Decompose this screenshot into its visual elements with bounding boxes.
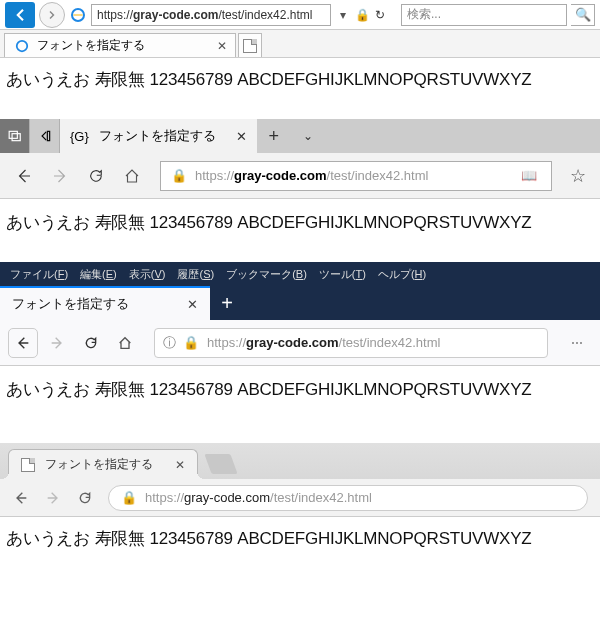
lock-icon: 🔒 <box>183 335 199 350</box>
browser-tab[interactable]: フォントを指定する ✕ <box>4 33 236 57</box>
menu-view[interactable]: 表示(V) <box>125 265 170 284</box>
tab-title: フォントを指定する <box>45 456 153 473</box>
chrome-browser: フォントを指定する ✕ 🔒 https://gray-code.com/test… <box>0 443 600 564</box>
tab-title: フォントを指定する <box>12 295 129 313</box>
reading-view-icon[interactable]: 📖 <box>521 168 541 183</box>
refresh-icon <box>87 167 105 185</box>
address-bar[interactable]: https://gray-code.com/test/index42.html <box>91 4 331 26</box>
back-button[interactable] <box>8 160 40 192</box>
page-actions-icon[interactable]: ⋯ <box>562 336 592 350</box>
refresh-button[interactable] <box>80 160 112 192</box>
back-button[interactable] <box>8 328 38 358</box>
site-info-icon[interactable]: ⓘ <box>163 334 179 352</box>
refresh-button[interactable] <box>76 328 106 358</box>
page-content: あいうえお 寿限無 123456789 ABCDEFGHIJKLMNOPQRST… <box>0 517 600 564</box>
close-tab-icon[interactable]: ✕ <box>236 129 247 144</box>
close-tab-icon[interactable]: ✕ <box>217 39 227 53</box>
url-domain: gray-code.com <box>133 8 218 22</box>
new-tab-button[interactable] <box>238 33 262 57</box>
tab-prefix: {G} <box>70 129 89 144</box>
menu-history[interactable]: 履歴(S) <box>173 265 218 284</box>
close-tab-icon[interactable]: ✕ <box>187 297 198 312</box>
url-protocol: https:// <box>145 490 184 505</box>
home-icon <box>123 167 141 185</box>
browser-tab[interactable]: フォントを指定する ✕ <box>0 286 210 320</box>
url-path: /test/index42.html <box>270 490 372 505</box>
back-button[interactable] <box>6 483 36 513</box>
search-box[interactable]: 検索... <box>401 4 567 26</box>
forward-button[interactable] <box>38 483 68 513</box>
tab-chevron-icon[interactable]: ⌄ <box>291 119 325 153</box>
browser-tab[interactable]: フォントを指定する ✕ <box>8 449 198 479</box>
page-content: あいうえお 寿限無 123456789 ABCDEFGHIJKLMNOPQRST… <box>0 366 600 415</box>
menu-bookmarks[interactable]: ブックマーク(B) <box>222 265 311 284</box>
url-path: /test/index42.html <box>327 168 429 183</box>
page-content: あいうえお 寿限無 123456789 ABCDEFGHIJKLMNOPQRST… <box>0 58 600 105</box>
home-button[interactable] <box>110 328 140 358</box>
url-protocol: https:// <box>97 8 133 22</box>
menu-help[interactable]: ヘルプ(H) <box>374 265 430 284</box>
search-button[interactable]: 🔍 <box>571 4 595 26</box>
lock-icon: 🔒 <box>121 490 137 505</box>
refresh-button[interactable] <box>70 483 100 513</box>
new-tab-button[interactable]: + <box>257 119 291 153</box>
firefox-browser: ファイル(F) 編集(E) 表示(V) 履歴(S) ブックマーク(B) ツール(… <box>0 262 600 415</box>
tab-title: フォントを指定する <box>37 37 145 54</box>
back-arrow-icon <box>13 490 29 506</box>
set-aside-button[interactable] <box>30 119 60 153</box>
forward-arrow-icon <box>51 167 69 185</box>
url-path: /test/index42.html <box>218 8 312 22</box>
new-tab-button[interactable] <box>204 454 237 474</box>
new-tab-button[interactable]: + <box>210 286 244 320</box>
favorite-button[interactable]: ☆ <box>564 165 592 187</box>
refresh-icon <box>77 490 93 506</box>
set-aside-icon <box>38 129 52 143</box>
ie-toolbar: https://gray-code.com/test/index42.html … <box>0 0 600 30</box>
close-tab-icon[interactable]: ✕ <box>175 458 185 472</box>
tab-title: フォントを指定する <box>99 127 216 145</box>
menu-file[interactable]: ファイル(F) <box>6 265 72 284</box>
url-path: /test/index42.html <box>339 335 441 350</box>
tab-preview-icon <box>8 129 22 143</box>
address-bar[interactable]: ⓘ 🔒 https://gray-code.com/test/index42.h… <box>154 328 548 358</box>
tab-actions-button[interactable] <box>0 119 30 153</box>
svg-rect-4 <box>47 131 49 140</box>
menu-edit[interactable]: 編集(E) <box>76 265 121 284</box>
back-arrow-icon <box>15 167 33 185</box>
firefox-menubar: ファイル(F) 編集(E) 表示(V) 履歴(S) ブックマーク(B) ツール(… <box>0 262 600 286</box>
lock-icon: 🔒 <box>171 168 187 183</box>
forward-arrow-icon <box>46 9 58 21</box>
forward-button[interactable] <box>44 160 76 192</box>
forward-arrow-icon <box>45 490 61 506</box>
ie-tabstrip: フォントを指定する ✕ <box>0 30 600 58</box>
search-placeholder: 検索... <box>407 6 441 23</box>
address-bar[interactable]: 🔒 https://gray-code.com/test/index42.htm… <box>160 161 552 191</box>
url-dropdown-icon[interactable]: ▾ <box>335 8 351 22</box>
page-content: あいうえお 寿限無 123456789 ABCDEFGHIJKLMNOPQRST… <box>0 199 600 248</box>
url-domain: gray-code.com <box>184 490 270 505</box>
forward-arrow-icon <box>49 335 65 351</box>
edge-tabstrip: {G} フォントを指定する ✕ + ⌄ <box>0 119 600 153</box>
home-icon <box>117 335 133 351</box>
back-arrow-icon <box>11 6 29 24</box>
svg-point-1 <box>17 40 28 51</box>
refresh-button[interactable]: ↻ <box>375 8 391 22</box>
tab-favicon-icon <box>21 458 35 472</box>
address-bar[interactable]: 🔒 https://gray-code.com/test/index42.htm… <box>108 485 588 511</box>
url-domain: gray-code.com <box>234 168 326 183</box>
chrome-toolbar: 🔒 https://gray-code.com/test/index42.htm… <box>0 479 600 517</box>
forward-button[interactable] <box>42 328 72 358</box>
url-protocol: https:// <box>207 335 246 350</box>
edge-browser: {G} フォントを指定する ✕ + ⌄ 🔒 https://gray-code.… <box>0 119 600 248</box>
back-arrow-icon <box>15 335 31 351</box>
forward-button[interactable] <box>39 2 65 28</box>
chrome-tabstrip: フォントを指定する ✕ <box>0 443 600 479</box>
browser-tab[interactable]: {G} フォントを指定する ✕ <box>60 119 257 153</box>
svg-rect-3 <box>12 134 20 141</box>
back-button[interactable] <box>5 2 35 28</box>
svg-rect-2 <box>9 131 17 138</box>
lock-icon: 🔒 <box>355 8 371 22</box>
menu-tools[interactable]: ツール(T) <box>315 265 370 284</box>
tab-favicon-icon <box>13 37 31 55</box>
home-button[interactable] <box>116 160 148 192</box>
